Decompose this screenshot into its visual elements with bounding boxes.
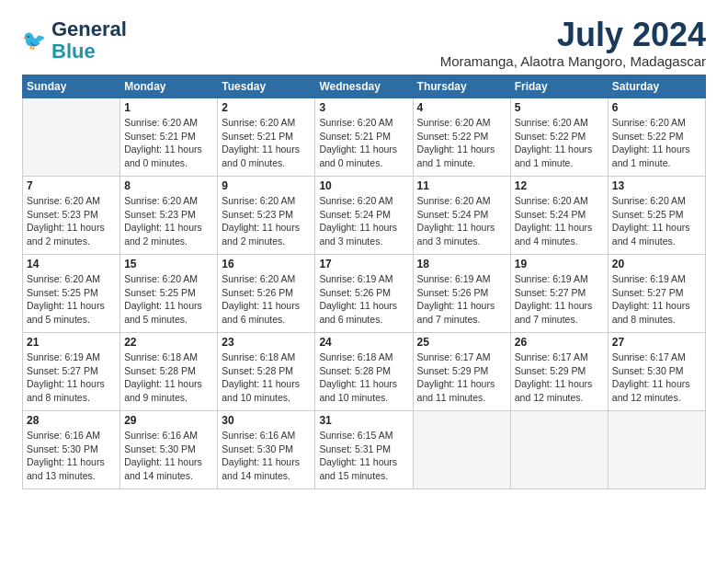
calendar-cell — [23, 98, 120, 177]
day-info: Sunrise: 6:20 AMSunset: 5:22 PMDaylight:… — [417, 116, 506, 170]
calendar-cell: 30Sunrise: 6:16 AMSunset: 5:30 PMDayligh… — [218, 411, 315, 489]
day-info: Sunrise: 6:16 AMSunset: 5:30 PMDaylight:… — [27, 429, 116, 483]
day-number: 27 — [612, 336, 701, 349]
calendar-cell: 5Sunrise: 6:20 AMSunset: 5:22 PMDaylight… — [510, 98, 608, 177]
day-info: Sunrise: 6:20 AMSunset: 5:25 PMDaylight:… — [612, 194, 701, 248]
day-number: 18 — [417, 258, 506, 270]
day-number: 15 — [124, 258, 213, 270]
week-row: 1Sunrise: 6:20 AMSunset: 5:21 PMDaylight… — [23, 98, 706, 177]
day-info: Sunrise: 6:20 AMSunset: 5:25 PMDaylight:… — [27, 272, 116, 327]
day-info: Sunrise: 6:18 AMSunset: 5:28 PMDaylight:… — [222, 350, 311, 405]
day-number: 25 — [417, 336, 506, 349]
day-info: Sunrise: 6:20 AMSunset: 5:21 PMDaylight:… — [124, 116, 213, 170]
day-number: 30 — [222, 414, 311, 427]
calendar-cell: 29Sunrise: 6:16 AMSunset: 5:30 PMDayligh… — [120, 411, 218, 489]
day-number: 10 — [319, 179, 408, 192]
day-info: Sunrise: 6:20 AMSunset: 5:23 PMDaylight:… — [27, 194, 116, 248]
day-number: 14 — [27, 258, 116, 270]
calendar-cell: 23Sunrise: 6:18 AMSunset: 5:28 PMDayligh… — [218, 333, 315, 411]
day-info: Sunrise: 6:20 AMSunset: 5:22 PMDaylight:… — [612, 116, 701, 170]
day-number: 13 — [612, 179, 701, 192]
logo-text: General Blue — [51, 18, 127, 63]
title-block: July 2024 Moramanga, Alaotra Mangoro, Ma… — [440, 18, 706, 69]
calendar-cell: 20Sunrise: 6:19 AMSunset: 5:27 PMDayligh… — [608, 255, 705, 333]
calendar-cell: 25Sunrise: 6:17 AMSunset: 5:29 PMDayligh… — [413, 333, 510, 411]
day-number: 11 — [417, 179, 506, 192]
calendar-cell — [413, 411, 510, 489]
svg-text:🐦: 🐦 — [22, 29, 47, 52]
day-info: Sunrise: 6:20 AMSunset: 5:24 PMDaylight:… — [417, 194, 506, 248]
day-number: 4 — [417, 101, 506, 114]
weekday-header-row: SundayMondayTuesdayWednesdayThursdayFrid… — [23, 75, 706, 98]
week-row: 28Sunrise: 6:16 AMSunset: 5:30 PMDayligh… — [23, 411, 706, 489]
calendar-cell — [510, 411, 608, 489]
day-number: 12 — [515, 179, 604, 192]
weekday-header: Sunday — [23, 75, 120, 98]
calendar-cell: 17Sunrise: 6:19 AMSunset: 5:26 PMDayligh… — [315, 255, 413, 333]
calendar-cell: 28Sunrise: 6:16 AMSunset: 5:30 PMDayligh… — [23, 411, 120, 489]
day-number: 6 — [612, 101, 701, 114]
logo: 🐦 General Blue — [22, 18, 127, 63]
calendar-cell: 6Sunrise: 6:20 AMSunset: 5:22 PMDaylight… — [608, 98, 705, 177]
calendar-cell: 14Sunrise: 6:20 AMSunset: 5:25 PMDayligh… — [23, 255, 120, 333]
day-number: 31 — [319, 414, 408, 427]
day-info: Sunrise: 6:18 AMSunset: 5:28 PMDaylight:… — [319, 350, 408, 405]
calendar-cell: 21Sunrise: 6:19 AMSunset: 5:27 PMDayligh… — [23, 333, 120, 411]
day-number: 8 — [124, 179, 213, 192]
calendar-cell: 7Sunrise: 6:20 AMSunset: 5:23 PMDaylight… — [23, 177, 120, 255]
month-title: July 2024 — [440, 18, 706, 52]
day-info: Sunrise: 6:19 AMSunset: 5:27 PMDaylight:… — [612, 272, 701, 327]
day-info: Sunrise: 6:18 AMSunset: 5:28 PMDaylight:… — [124, 350, 213, 405]
day-info: Sunrise: 6:19 AMSunset: 5:27 PMDaylight:… — [515, 272, 604, 327]
calendar-cell: 2Sunrise: 6:20 AMSunset: 5:21 PMDaylight… — [218, 98, 315, 177]
location-title: Moramanga, Alaotra Mangoro, Madagascar — [440, 53, 706, 69]
day-info: Sunrise: 6:15 AMSunset: 5:31 PMDaylight:… — [319, 429, 408, 483]
calendar-table: SundayMondayTuesdayWednesdayThursdayFrid… — [22, 75, 706, 489]
day-number: 9 — [222, 179, 311, 192]
day-number: 19 — [515, 258, 604, 270]
calendar-cell: 3Sunrise: 6:20 AMSunset: 5:21 PMDaylight… — [315, 98, 413, 177]
calendar-cell: 16Sunrise: 6:20 AMSunset: 5:26 PMDayligh… — [218, 255, 315, 333]
calendar-cell: 26Sunrise: 6:17 AMSunset: 5:29 PMDayligh… — [510, 333, 608, 411]
day-number: 28 — [27, 414, 116, 427]
day-number: 2 — [222, 101, 311, 114]
calendar-cell: 9Sunrise: 6:20 AMSunset: 5:23 PMDaylight… — [218, 177, 315, 255]
calendar-cell: 27Sunrise: 6:17 AMSunset: 5:30 PMDayligh… — [608, 333, 705, 411]
day-info: Sunrise: 6:20 AMSunset: 5:24 PMDaylight:… — [319, 194, 408, 248]
week-row: 21Sunrise: 6:19 AMSunset: 5:27 PMDayligh… — [23, 333, 706, 411]
day-number: 23 — [222, 336, 311, 349]
day-info: Sunrise: 6:17 AMSunset: 5:29 PMDaylight:… — [515, 350, 604, 405]
weekday-header: Thursday — [413, 75, 510, 98]
calendar-cell — [608, 411, 705, 489]
calendar-cell: 8Sunrise: 6:20 AMSunset: 5:23 PMDaylight… — [120, 177, 218, 255]
day-info: Sunrise: 6:20 AMSunset: 5:21 PMDaylight:… — [319, 116, 408, 170]
day-info: Sunrise: 6:16 AMSunset: 5:30 PMDaylight:… — [222, 429, 311, 483]
calendar-cell: 19Sunrise: 6:19 AMSunset: 5:27 PMDayligh… — [510, 255, 608, 333]
day-info: Sunrise: 6:20 AMSunset: 5:21 PMDaylight:… — [222, 116, 311, 170]
calendar-cell: 15Sunrise: 6:20 AMSunset: 5:25 PMDayligh… — [120, 255, 218, 333]
day-info: Sunrise: 6:20 AMSunset: 5:23 PMDaylight:… — [124, 194, 213, 248]
day-number: 24 — [319, 336, 408, 349]
day-number: 5 — [515, 101, 604, 114]
day-info: Sunrise: 6:16 AMSunset: 5:30 PMDaylight:… — [124, 429, 213, 483]
week-row: 7Sunrise: 6:20 AMSunset: 5:23 PMDaylight… — [23, 177, 706, 255]
day-number: 22 — [124, 336, 213, 349]
day-number: 26 — [515, 336, 604, 349]
day-info: Sunrise: 6:20 AMSunset: 5:23 PMDaylight:… — [222, 194, 311, 248]
day-number: 3 — [319, 101, 408, 114]
weekday-header: Friday — [510, 75, 608, 98]
day-number: 16 — [222, 258, 311, 270]
day-number: 17 — [319, 258, 408, 270]
day-info: Sunrise: 6:19 AMSunset: 5:26 PMDaylight:… — [417, 272, 506, 327]
logo-bird-icon: 🐦 — [22, 28, 48, 53]
weekday-header: Tuesday — [218, 75, 315, 98]
day-info: Sunrise: 6:19 AMSunset: 5:27 PMDaylight:… — [27, 350, 116, 405]
calendar-cell: 22Sunrise: 6:18 AMSunset: 5:28 PMDayligh… — [120, 333, 218, 411]
calendar-cell: 11Sunrise: 6:20 AMSunset: 5:24 PMDayligh… — [413, 177, 510, 255]
week-row: 14Sunrise: 6:20 AMSunset: 5:25 PMDayligh… — [23, 255, 706, 333]
calendar-cell: 18Sunrise: 6:19 AMSunset: 5:26 PMDayligh… — [413, 255, 510, 333]
day-number: 7 — [27, 179, 116, 192]
day-info: Sunrise: 6:20 AMSunset: 5:26 PMDaylight:… — [222, 272, 311, 327]
calendar-cell: 31Sunrise: 6:15 AMSunset: 5:31 PMDayligh… — [315, 411, 413, 489]
calendar-cell: 13Sunrise: 6:20 AMSunset: 5:25 PMDayligh… — [608, 177, 705, 255]
